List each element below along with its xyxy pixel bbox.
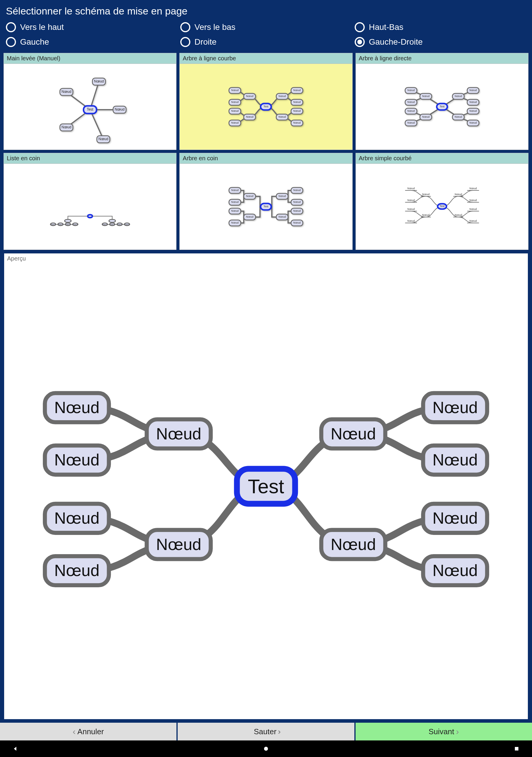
svg-text:Nœud: Nœud xyxy=(469,199,477,202)
svg-text:Nœud: Nœud xyxy=(407,187,415,190)
layout-card-thumbnail: Nœud Nœud Nœud Nœud Nœud Nœud Nœud Nœud … xyxy=(180,64,352,150)
svg-text:Nœud: Nœud xyxy=(231,200,239,203)
layout-card-header: Main levée (Manuel) xyxy=(4,53,176,64)
svg-text:Nœud: Nœud xyxy=(54,451,100,469)
svg-text:Nœud: Nœud xyxy=(99,137,108,141)
radio-label: Vers le haut xyxy=(20,22,64,32)
layouts-grid: Main levée (Manuel) Nœud Nœud Nœud Nœud … xyxy=(0,51,532,251)
svg-text:Nœud: Nœud xyxy=(432,561,478,580)
svg-text:Nœud: Nœud xyxy=(469,109,477,112)
svg-text:Nœud: Nœud xyxy=(422,214,429,217)
svg-text:Nœud: Nœud xyxy=(124,224,130,225)
svg-text:Nœud: Nœud xyxy=(293,109,301,112)
svg-text:Nœud: Nœud xyxy=(331,425,376,443)
layout-card-corner-tree[interactable]: Arbre en coin Nœud Nœud xyxy=(179,153,352,250)
layout-card-direct-tree[interactable]: Arbre à ligne directe Nœud Nœud Nœud xyxy=(356,53,528,150)
svg-text:Nœud: Nœud xyxy=(156,425,201,443)
radio-icon xyxy=(180,37,190,47)
radio-label: Droite xyxy=(194,37,217,47)
nav-back-icon[interactable] xyxy=(12,745,19,752)
cancel-button[interactable]: ‹ Annuler xyxy=(0,723,176,741)
page-title: Sélectionner le schéma de mise en page xyxy=(6,5,526,17)
svg-text:Test: Test xyxy=(264,205,269,208)
svg-text:Nœud: Nœud xyxy=(455,214,462,217)
svg-text:Nœud: Nœud xyxy=(156,535,201,554)
svg-text:Nœud: Nœud xyxy=(54,509,100,527)
svg-text:Nœud: Nœud xyxy=(407,199,415,202)
svg-text:Nœud: Nœud xyxy=(58,224,63,225)
svg-text:Test: Test xyxy=(439,205,445,208)
svg-text:Nœud: Nœud xyxy=(469,121,477,124)
radio-droite[interactable]: Droite xyxy=(180,37,352,47)
svg-text:Nœud: Nœud xyxy=(231,189,239,192)
button-label: Sauter xyxy=(254,727,277,736)
svg-text:Nœud: Nœud xyxy=(246,195,253,197)
svg-rect-82 xyxy=(109,219,116,222)
svg-text:Nœud: Nœud xyxy=(407,89,415,92)
preview-label: Aperçu xyxy=(7,255,26,262)
radio-label: Gauche-Droite xyxy=(369,37,423,47)
svg-text:Nœud: Nœud xyxy=(469,187,477,190)
skip-button[interactable]: Sauter ›› xyxy=(178,723,354,741)
svg-text:Nœud: Nœud xyxy=(407,109,415,112)
radio-label: Gauche xyxy=(20,37,49,47)
next-button[interactable]: Suivant › xyxy=(356,723,532,741)
svg-point-178 xyxy=(264,747,268,750)
svg-text:Test: Test xyxy=(87,107,94,111)
header: Sélectionner le schéma de mise en page V… xyxy=(0,0,532,51)
svg-text:Nœud: Nœud xyxy=(65,224,70,225)
svg-text:Test: Test xyxy=(264,105,269,108)
svg-text:Nœud: Nœud xyxy=(246,115,253,118)
svg-text:Nœud: Nœud xyxy=(279,215,286,218)
svg-text:Nœud: Nœud xyxy=(231,121,239,124)
svg-text:Nœud: Nœud xyxy=(407,208,415,211)
radio-vers-le-bas[interactable]: Vers le bas xyxy=(180,22,352,32)
radio-vers-le-haut[interactable]: Vers le haut xyxy=(6,22,177,32)
svg-rect-179 xyxy=(515,747,518,750)
layout-card-thumbnail: Nœud Nœud Nœud Nœud Nœud Nœud Nœud Nœud … xyxy=(180,164,352,250)
svg-text:Nœud: Nœud xyxy=(231,101,239,104)
svg-text:Nœud: Nœud xyxy=(422,193,429,196)
svg-text:Nœud: Nœud xyxy=(231,109,239,112)
svg-text:Nœud: Nœud xyxy=(115,107,124,111)
layout-card-thumbnail: Nœud Nœud Nœud Nœud Nœud Nœud Nœud Nœud … xyxy=(356,164,528,250)
button-label: Suivant xyxy=(429,727,454,736)
svg-text:Nœud: Nœud xyxy=(231,209,239,212)
svg-text:Nœud: Nœud xyxy=(102,224,107,225)
svg-text:Nœud: Nœud xyxy=(407,121,415,124)
layout-card-header: Liste en coin xyxy=(4,153,176,164)
svg-text:Nœud: Nœud xyxy=(231,221,239,224)
layout-card-curved-tree[interactable]: Arbre à ligne courbe Nœud Nœ xyxy=(179,53,352,150)
svg-text:Nœud: Nœud xyxy=(407,101,415,104)
svg-text:Nœud: Nœud xyxy=(293,121,301,124)
svg-text:Nœud: Nœud xyxy=(279,115,286,118)
svg-text:Nœud: Nœud xyxy=(293,221,301,224)
svg-text:Nœud: Nœud xyxy=(62,90,71,94)
svg-text:Test: Test xyxy=(439,105,445,108)
android-navbar xyxy=(0,741,532,757)
svg-text:Nœud: Nœud xyxy=(331,535,376,554)
nav-recent-icon[interactable] xyxy=(513,745,520,752)
preview-canvas: Aperçu Nœud Nœud Nœud Nœud Nœud Nœud Nœu… xyxy=(4,253,528,720)
layout-card-header: Arbre à ligne directe xyxy=(356,53,528,64)
svg-text:Nœud: Nœud xyxy=(293,200,301,203)
svg-text:Nœud: Nœud xyxy=(469,101,477,104)
svg-text:Nœud: Nœud xyxy=(432,451,478,469)
svg-text:Nœud: Nœud xyxy=(279,95,286,98)
svg-text:Nœud: Nœud xyxy=(231,89,239,92)
layout-card-corner-list[interactable]: Liste en coin Nœud Nœud Nœud Nœud xyxy=(4,153,176,250)
svg-text:Nœud: Nœud xyxy=(455,95,462,98)
layout-card-freehand[interactable]: Main levée (Manuel) Nœud Nœud Nœud Nœud … xyxy=(4,53,176,150)
radio-gauche[interactable]: Gauche xyxy=(6,37,177,47)
svg-text:Nœud: Nœud xyxy=(293,209,301,212)
svg-text:Nœud: Nœud xyxy=(469,89,477,92)
svg-text:Nœud: Nœud xyxy=(246,95,253,98)
chevron-left-icon: ‹ xyxy=(73,727,76,736)
radio-icon xyxy=(180,22,190,32)
layout-card-simple-curved[interactable]: Arbre simple courbé xyxy=(356,153,528,250)
nav-home-icon[interactable] xyxy=(262,745,270,752)
svg-text:Nœud: Nœud xyxy=(50,224,56,225)
radio-haut-bas[interactable]: Haut-Bas xyxy=(355,22,526,32)
radio-icon xyxy=(6,37,16,47)
radio-gauche-droite[interactable]: Gauche-Droite xyxy=(355,37,526,47)
